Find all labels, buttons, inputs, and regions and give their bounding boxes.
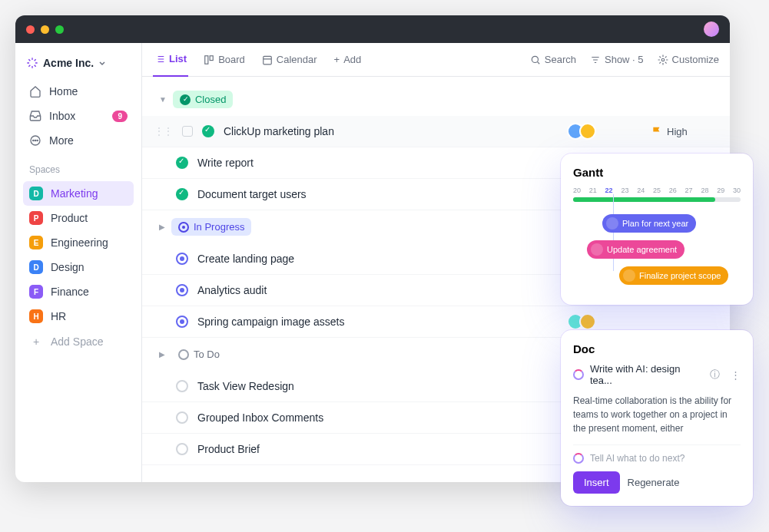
- task-status-icon[interactable]: [176, 380, 188, 392]
- task-status-icon[interactable]: [176, 411, 188, 424]
- space-label: Design: [51, 261, 85, 273]
- gantt-day: 26: [669, 187, 677, 194]
- customize-button[interactable]: Customize: [658, 54, 719, 65]
- svg-point-2: [35, 140, 35, 140]
- task-status-icon[interactable]: [176, 443, 188, 455]
- user-avatar[interactable]: [704, 21, 719, 37]
- task-status-icon[interactable]: [176, 157, 188, 169]
- group-header[interactable]: ▼Closed: [142, 83, 730, 116]
- tab-add-label: Add: [343, 54, 361, 65]
- info-icon[interactable]: ⓘ: [710, 368, 720, 382]
- group-status-pill: To Do: [171, 345, 227, 363]
- space-icon: D: [29, 260, 43, 274]
- status-closed-icon: [180, 94, 191, 105]
- nav-inbox-label: Inbox: [49, 110, 75, 122]
- svg-point-14: [532, 56, 538, 62]
- minimize-window-icon[interactable]: [41, 25, 49, 34]
- space-icon: F: [29, 285, 43, 299]
- space-icon: P: [29, 211, 43, 225]
- close-window-icon[interactable]: [26, 25, 35, 34]
- status-todo-icon: [178, 349, 189, 360]
- tab-list[interactable]: List: [153, 43, 188, 77]
- svg-point-3: [37, 140, 38, 140]
- nav-inbox[interactable]: Inbox 9: [23, 104, 134, 127]
- nav-more-label: More: [49, 134, 74, 147]
- space-item[interactable]: PProduct: [23, 206, 134, 230]
- doc-prompt[interactable]: Tell AI what to do next?: [573, 444, 741, 464]
- space-label: Product: [51, 212, 88, 224]
- chevron-icon[interactable]: ▶: [159, 350, 165, 359]
- add-space-label: Add Space: [51, 335, 104, 348]
- nav-more[interactable]: More: [23, 129, 134, 152]
- svg-rect-12: [264, 56, 272, 64]
- gantt-day: 23: [621, 187, 628, 194]
- insert-button[interactable]: Insert: [573, 471, 620, 494]
- flag-icon: [651, 126, 662, 137]
- svg-point-1: [33, 140, 34, 140]
- sidebar: Acme Inc. Home Inbox 9 More Spaces DMark…: [15, 43, 142, 482]
- doc-body: Real-time collaboration is the ability f…: [573, 394, 741, 435]
- assignees[interactable]: [567, 123, 596, 140]
- task-status-icon[interactable]: [176, 253, 188, 265]
- gantt-bar[interactable]: Plan for next year: [602, 214, 696, 233]
- group-status-pill: Closed: [173, 91, 233, 108]
- space-label: Marketing: [51, 187, 98, 200]
- gantt-bar[interactable]: Update agreement: [587, 240, 684, 259]
- gantt-day: 22: [605, 187, 613, 194]
- ai-icon: [573, 369, 584, 380]
- task-status-icon[interactable]: [176, 188, 188, 200]
- show-label: Show · 5: [605, 54, 644, 65]
- more-icon: [29, 134, 41, 147]
- chevron-down-icon: [98, 59, 106, 67]
- space-label: Engineering: [51, 236, 108, 249]
- task-row[interactable]: ⋮⋮ClickUp marketing planHigh: [142, 116, 730, 147]
- gantt-card: Gantt 2021222324252627282930 Plan for ne…: [561, 154, 753, 305]
- task-status-icon[interactable]: [202, 125, 214, 137]
- priority: High: [651, 126, 713, 137]
- space-item[interactable]: HHR: [23, 304, 134, 329]
- tab-calendar-label: Calendar: [277, 54, 317, 65]
- task-name: Spring campaign image assets: [197, 316, 558, 328]
- search-button[interactable]: Search: [530, 54, 576, 65]
- avatar-icon: [591, 243, 603, 256]
- gantt-bar[interactable]: Finalize project scope: [619, 266, 728, 285]
- doc-title: Doc: [573, 342, 741, 355]
- checkbox[interactable]: [182, 126, 193, 137]
- gantt-day: 28: [701, 187, 708, 194]
- workspace-picker[interactable]: Acme Inc.: [23, 52, 134, 78]
- priority-label: High: [667, 126, 688, 137]
- svg-rect-10: [205, 55, 208, 64]
- space-icon: E: [29, 236, 43, 249]
- home-icon: [29, 85, 41, 97]
- group-label: To Do: [194, 349, 220, 360]
- avatar-icon: [606, 217, 618, 230]
- tab-add[interactable]: + Add: [333, 43, 363, 77]
- nav-home-label: Home: [49, 85, 78, 97]
- more-icon[interactable]: ⋮: [731, 369, 741, 381]
- add-space-button[interactable]: + Add Space: [23, 330, 134, 353]
- task-name: Task View Redesign: [197, 380, 570, 392]
- status-progress-icon: [178, 222, 189, 233]
- regenerate-button[interactable]: Regenerate: [628, 477, 680, 488]
- task-status-icon[interactable]: [176, 284, 188, 296]
- space-item[interactable]: EEngineering: [23, 230, 134, 255]
- drag-handle-icon[interactable]: ⋮⋮: [154, 126, 173, 137]
- tab-board-label: Board: [218, 54, 245, 65]
- task-status-icon[interactable]: [176, 316, 188, 328]
- gantt-bar-label: Plan for next year: [622, 219, 688, 228]
- group-label: In Progress: [194, 221, 244, 233]
- space-item[interactable]: FFinance: [23, 279, 134, 304]
- chevron-icon[interactable]: ▼: [159, 95, 167, 104]
- space-item[interactable]: DMarketing: [23, 181, 134, 206]
- spaces-label: Spaces: [23, 154, 134, 180]
- nav-home[interactable]: Home: [23, 80, 134, 103]
- doc-ai-heading: Write with AI: design tea... ⓘ ⋮: [573, 363, 741, 386]
- task-name: Product Brief: [197, 443, 570, 455]
- chevron-icon[interactable]: ▶: [159, 223, 165, 231]
- space-item[interactable]: DDesign: [23, 255, 134, 279]
- show-button[interactable]: Show · 5: [590, 54, 644, 65]
- tab-board[interactable]: Board: [202, 43, 247, 77]
- tab-calendar[interactable]: Calendar: [260, 43, 319, 77]
- assignees[interactable]: [567, 313, 596, 330]
- maximize-window-icon[interactable]: [55, 25, 64, 34]
